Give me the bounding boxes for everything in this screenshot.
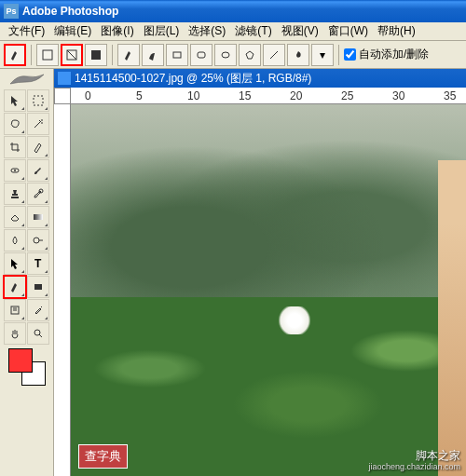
rounded-rect-option[interactable]: [190, 44, 212, 66]
ruler-vertical[interactable]: [54, 104, 71, 476]
image-trees: [71, 104, 466, 308]
badge: 查字典: [78, 444, 128, 469]
document-title: 1415114500-1027.jpg @ 25% (图层 1, RGB/8#): [75, 71, 311, 87]
svg-text:T: T: [34, 257, 42, 270]
svg-point-10: [34, 238, 39, 243]
app-title: Adobe Photoshop: [22, 5, 118, 18]
svg-rect-2: [91, 50, 101, 60]
canvas[interactable]: 脚本之家 jiaocheng.chazidian.com 查字典: [71, 104, 466, 476]
options-bar: ▾ 自动添加/删除: [0, 41, 466, 69]
separator-icon: [112, 45, 113, 65]
app-icon: Ps: [4, 4, 19, 19]
svg-point-5: [222, 52, 229, 58]
type-tool[interactable]: T: [27, 252, 49, 275]
title-bar: Ps Adobe Photoshop: [0, 0, 466, 22]
separator-icon: [338, 45, 339, 65]
menu-view[interactable]: 视图(V): [277, 21, 323, 41]
path-select-tool[interactable]: [4, 252, 26, 275]
document-icon: [58, 72, 71, 85]
line-option[interactable]: [263, 44, 285, 66]
healing-tool[interactable]: [4, 159, 26, 182]
menu-help[interactable]: 帮助(H): [373, 21, 420, 41]
auto-add-checkbox[interactable]: 自动添加/删除: [344, 47, 429, 62]
brush-tool[interactable]: [27, 159, 49, 182]
move-tool[interactable]: [4, 89, 26, 112]
notes-tool[interactable]: [4, 299, 26, 321]
menu-edit[interactable]: 编辑(E): [49, 21, 96, 41]
zoom-tool[interactable]: [27, 322, 49, 345]
hand-tool[interactable]: [4, 322, 26, 345]
blur-tool[interactable]: [4, 229, 26, 252]
workspace: T 1415114500-1027.jpg @ 25% (图层 1, RGB/8…: [0, 69, 466, 476]
toolbox-header-icon: [4, 71, 50, 88]
document-title-bar[interactable]: 1415114500-1027.jpg @ 25% (图层 1, RGB/8#): [54, 69, 466, 88]
watermark-line2: jiaocheng.chazidian.com: [368, 462, 460, 472]
auto-add-input[interactable]: [344, 48, 356, 61]
svg-rect-4: [198, 52, 205, 58]
toolbox: T: [0, 69, 54, 476]
pen-mode-fill-button[interactable]: [85, 44, 107, 66]
rect-shape-option[interactable]: [166, 44, 188, 66]
svg-rect-3: [173, 52, 181, 58]
tools-grid: T: [4, 89, 49, 345]
menu-window[interactable]: 窗口(W): [323, 21, 373, 41]
svg-rect-9: [34, 214, 43, 220]
eyedropper-tool[interactable]: [27, 299, 49, 321]
history-brush-tool[interactable]: [27, 183, 49, 205]
canvas-area: 1415114500-1027.jpg @ 25% (图层 1, RGB/8#)…: [54, 69, 466, 476]
shape-tool[interactable]: [27, 276, 49, 298]
polygon-option[interactable]: [239, 44, 261, 66]
svg-rect-12: [34, 284, 42, 290]
image-person: [438, 160, 466, 476]
slice-tool[interactable]: [27, 136, 49, 158]
watermark: 脚本之家 jiaocheng.chazidian.com: [368, 449, 460, 472]
dodge-tool[interactable]: [27, 229, 49, 252]
ruler-horizontal[interactable]: 0 5 10 15 20 25 30 35: [71, 88, 466, 104]
gradient-tool[interactable]: [27, 206, 49, 228]
pen-mode-shape-button[interactable]: [36, 44, 59, 66]
crop-tool[interactable]: [4, 136, 26, 158]
svg-rect-0: [43, 50, 52, 60]
marquee-tool[interactable]: [27, 89, 49, 112]
pen-tool-option[interactable]: [117, 44, 140, 66]
custom-shape-option[interactable]: [287, 44, 309, 66]
menu-image[interactable]: 图像(I): [96, 21, 138, 41]
watermark-line1: 脚本之家: [368, 449, 460, 462]
freeform-pen-option[interactable]: [142, 44, 164, 66]
menu-layer[interactable]: 图层(L): [139, 21, 185, 41]
menu-file[interactable]: 文件(F): [4, 21, 49, 41]
ruler-corner: [54, 88, 71, 104]
pen-tool[interactable]: [4, 276, 26, 298]
tool-preset-button[interactable]: [4, 44, 26, 66]
menu-bar: 文件(F) 编辑(E) 图像(I) 图层(L) 选择(S) 滤镜(T) 视图(V…: [0, 22, 466, 41]
eraser-tool[interactable]: [4, 206, 26, 228]
stamp-tool[interactable]: [4, 183, 26, 205]
pen-mode-path-button[interactable]: [61, 44, 83, 66]
separator-icon: [31, 45, 32, 65]
foreground-color[interactable]: [8, 348, 33, 373]
menu-filter[interactable]: 滤镜(T): [230, 21, 276, 41]
lasso-tool[interactable]: [4, 113, 26, 135]
svg-rect-6: [34, 96, 43, 105]
magic-wand-tool[interactable]: [27, 113, 49, 135]
auto-add-label: 自动添加/删除: [359, 47, 429, 62]
color-swatches[interactable]: [8, 348, 46, 386]
menu-select[interactable]: 选择(S): [184, 21, 230, 41]
ellipse-option[interactable]: [214, 44, 237, 66]
dropdown-arrow[interactable]: ▾: [311, 44, 334, 66]
image-lotus-flower: [276, 306, 313, 334]
